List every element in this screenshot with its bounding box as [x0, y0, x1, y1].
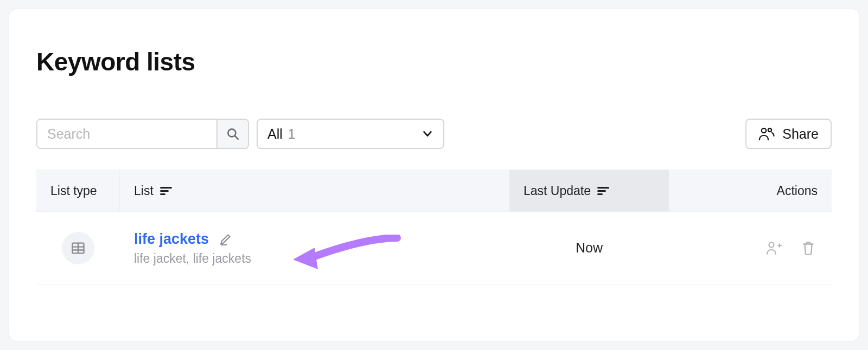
- filter-dropdown[interactable]: All 1: [257, 119, 444, 149]
- page-title: Keyword lists: [36, 47, 832, 76]
- th-actions-label: Actions: [777, 184, 818, 198]
- svg-point-3: [768, 128, 771, 132]
- keyword-table: List type List Last Update Actions: [36, 170, 832, 284]
- svg-line-1: [235, 136, 238, 139]
- list-subtitle: life jacket, life jackets: [134, 251, 251, 266]
- search-icon: [226, 127, 240, 141]
- sort-icon: [160, 187, 172, 195]
- list-title-link[interactable]: life jackets: [134, 231, 209, 248]
- pencil-icon: [219, 232, 233, 246]
- delete-button[interactable]: [799, 238, 818, 258]
- list-type-badge: [62, 232, 94, 264]
- filter-count: 1: [288, 126, 296, 142]
- people-icon: [758, 127, 775, 141]
- sort-icon: [597, 187, 609, 195]
- th-actions: Actions: [669, 170, 832, 211]
- filter-label: All: [267, 126, 283, 142]
- th-list-label: List: [134, 184, 154, 198]
- share-button[interactable]: Share: [745, 119, 832, 149]
- svg-point-9: [769, 242, 774, 247]
- cell-list: life jackets life jacket, life jackets: [120, 230, 509, 266]
- share-label: Share: [782, 126, 819, 142]
- svg-point-2: [762, 128, 766, 133]
- search-input[interactable]: [37, 120, 216, 148]
- filter-label-wrap: All 1: [267, 126, 296, 142]
- table-icon: [71, 241, 86, 256]
- trash-icon: [801, 241, 815, 256]
- cell-actions: [669, 238, 832, 258]
- controls-bar: All 1 Share: [36, 119, 832, 149]
- th-list-type[interactable]: List type: [36, 170, 120, 211]
- table-header: List type List Last Update Actions: [36, 170, 832, 212]
- th-last-update[interactable]: Last Update: [509, 170, 669, 211]
- user-plus-icon: [765, 241, 782, 256]
- cell-last-update: Now: [509, 240, 669, 256]
- add-user-button[interactable]: [763, 238, 784, 258]
- th-last-update-label: Last Update: [524, 184, 591, 198]
- chevron-down-icon: [422, 128, 433, 140]
- list-title-wrap: life jackets: [134, 230, 235, 248]
- edit-button[interactable]: [216, 230, 235, 248]
- search-button[interactable]: [216, 120, 248, 148]
- table-row: life jackets life jacket, life jackets N…: [36, 212, 832, 284]
- th-list-type-label: List type: [50, 184, 97, 198]
- main-card: Keyword lists All 1: [9, 9, 859, 341]
- cell-list-type: [36, 232, 120, 264]
- th-list[interactable]: List: [120, 170, 509, 211]
- search-wrap: [36, 119, 249, 149]
- last-update-value: Now: [576, 240, 603, 256]
